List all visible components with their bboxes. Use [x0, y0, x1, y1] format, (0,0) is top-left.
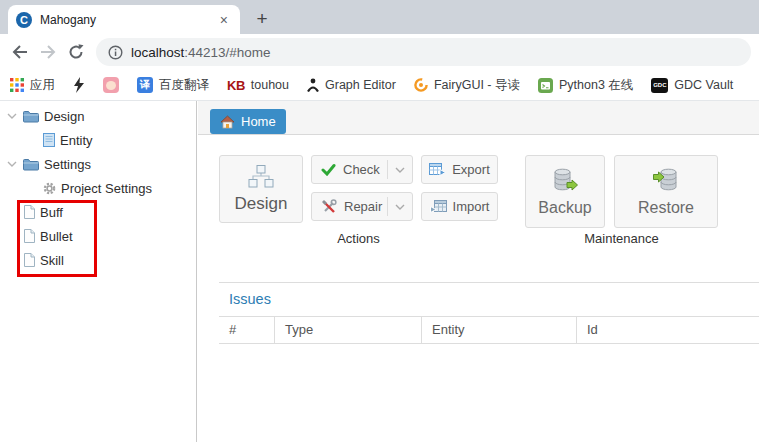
browser-tab-strip: C Mahogany × +	[0, 0, 759, 34]
url-path: :44213/#home	[184, 45, 270, 60]
restore-button-label: Restore	[638, 199, 694, 217]
tab-home-label: Home	[241, 114, 276, 129]
info-icon[interactable]	[108, 45, 123, 60]
url-host: localhost	[131, 45, 184, 60]
fairygui-icon	[414, 78, 428, 92]
back-button[interactable]	[6, 38, 34, 66]
column-header-type: Type	[274, 317, 421, 343]
browser-tab[interactable]: C Mahogany ×	[8, 5, 240, 34]
tree-label: Design	[44, 109, 84, 124]
site-favicon-icon: C	[16, 12, 32, 28]
bookmark-pink[interactable]	[103, 77, 119, 93]
tree-item-entity[interactable]: Entity	[0, 128, 196, 152]
url-text: localhost:44213/#home	[131, 45, 271, 60]
new-tab-button[interactable]: +	[248, 5, 276, 33]
chevron-down-icon[interactable]	[7, 161, 17, 167]
apps-button[interactable]: 应用	[10, 77, 55, 94]
bookmark-lightning[interactable]	[73, 77, 85, 93]
tree-label: Settings	[44, 157, 91, 172]
restore-button[interactable]: Restore	[614, 155, 718, 228]
chevron-down-icon	[395, 204, 405, 210]
browser-window: C Mahogany × +	[0, 0, 759, 442]
bookmark-touhou[interactable]: KB touhou	[227, 78, 289, 93]
main-content: Home Design Check	[198, 101, 759, 442]
forward-arrow-icon	[38, 42, 58, 62]
bookmark-label: Python3 在线	[559, 77, 633, 94]
back-arrow-icon	[10, 42, 30, 62]
translate-icon: 译	[137, 77, 153, 93]
bookmark-label: FairyGUI - 导读	[434, 77, 520, 94]
bookmark-label: Graph Editor	[325, 78, 396, 92]
apps-grid-icon	[10, 78, 24, 92]
issues-table-header: # Type Entity Id	[219, 316, 759, 344]
design-button-label: Design	[235, 194, 288, 214]
check-dropdown-button[interactable]	[388, 167, 412, 173]
backup-button[interactable]: Backup	[525, 155, 605, 228]
apps-label: 应用	[30, 77, 55, 94]
lightning-icon	[73, 77, 85, 93]
person-icon	[307, 78, 319, 92]
check-icon	[321, 163, 336, 176]
export-button[interactable]: Export	[421, 155, 498, 184]
gear-icon	[43, 182, 56, 195]
repair-tools-icon	[321, 199, 337, 214]
tree-item-project-settings[interactable]: Project Settings	[0, 176, 196, 200]
folder-icon	[23, 110, 39, 123]
kb-icon: KB	[227, 78, 245, 93]
bookmark-label: 百度翻译	[159, 77, 209, 94]
bookmark-label: GDC Vault	[674, 78, 733, 92]
bookmark-python3[interactable]: Python3 在线	[538, 77, 633, 94]
python3-icon	[538, 78, 553, 93]
refresh-icon	[66, 42, 86, 62]
gdc-icon: GDC	[651, 78, 668, 93]
check-button-label: Check	[343, 162, 380, 177]
bookmark-graph-editor[interactable]: Graph Editor	[307, 78, 396, 92]
forward-button[interactable]	[34, 38, 62, 66]
chevron-down-icon[interactable]	[7, 113, 17, 119]
issues-panel: Issues # Type Entity Id	[219, 282, 759, 344]
bookmark-fairygui[interactable]: FairyGUI - 导读	[414, 77, 520, 94]
design-button[interactable]: Design	[219, 155, 303, 223]
import-table-icon	[430, 199, 447, 214]
bookmarks-bar: 应用 译 百度翻译 KB touhou Graph Editor	[0, 70, 759, 101]
backup-button-label: Backup	[538, 199, 591, 217]
tree-item-design[interactable]: Design	[0, 104, 196, 128]
bookmark-baidu-translate[interactable]: 译 百度翻译	[137, 77, 209, 94]
org-chart-icon	[248, 165, 274, 188]
actions-group-label: Actions	[219, 231, 498, 246]
browser-toolbar: localhost:44213/#home	[0, 34, 759, 70]
import-button-label: Import	[453, 199, 490, 214]
export-button-label: Export	[452, 162, 490, 177]
column-header-entity: Entity	[421, 317, 576, 343]
refresh-button[interactable]	[62, 38, 90, 66]
export-table-icon	[429, 162, 446, 177]
bookmark-gdc-vault[interactable]: GDC GDC Vault	[651, 78, 733, 93]
tree-label: Project Settings	[61, 181, 152, 196]
issues-title: Issues	[219, 283, 759, 316]
address-bar[interactable]: localhost:44213/#home	[96, 38, 751, 66]
pink-avatar-icon	[103, 77, 119, 93]
check-button[interactable]: Check	[311, 155, 413, 184]
tab-title: Mahogany	[40, 13, 216, 27]
maintenance-group-label: Maintenance	[525, 231, 718, 246]
repair-dropdown-button[interactable]	[388, 204, 412, 210]
tree-label: Entity	[60, 133, 93, 148]
tab-home[interactable]: Home	[210, 109, 286, 134]
tab-close-icon[interactable]: ×	[216, 12, 232, 28]
import-button[interactable]: Import	[421, 192, 498, 221]
repair-button[interactable]: Repair	[311, 192, 413, 221]
entity-doc-icon	[43, 133, 55, 147]
home-icon	[220, 115, 235, 129]
app-area: Design Entity Settings	[0, 101, 759, 442]
bookmark-label: touhou	[251, 78, 289, 92]
svg-text:C: C	[20, 14, 28, 26]
database-import-icon	[653, 167, 679, 193]
column-header-id: Id	[576, 317, 759, 343]
repair-button-label: Repair	[344, 199, 382, 214]
chevron-down-icon	[395, 167, 405, 173]
page-tab-bar: Home	[198, 101, 759, 135]
annotation-red-box	[17, 200, 97, 277]
column-header-number: #	[219, 317, 274, 343]
tree-item-settings[interactable]: Settings	[0, 152, 196, 176]
database-export-icon	[552, 167, 578, 193]
